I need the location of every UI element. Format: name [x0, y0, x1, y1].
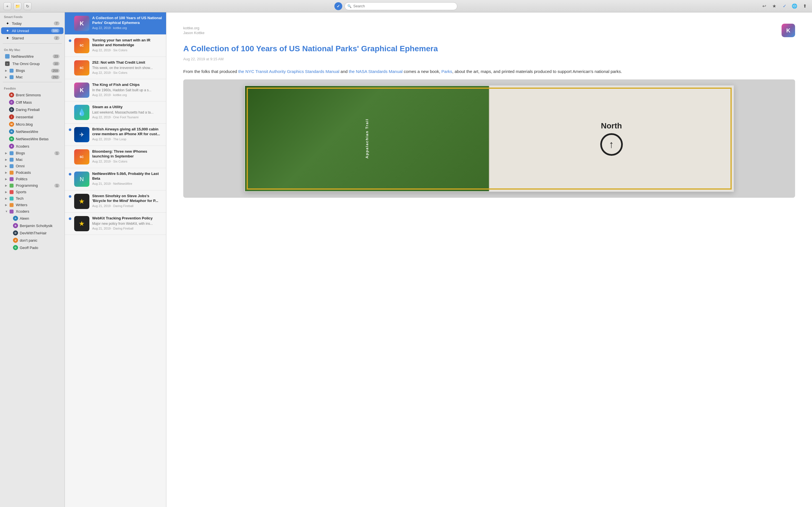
north-text: North: [601, 121, 622, 130]
sidebar-folder-mac-mac[interactable]: ▶ Mac 292: [1, 74, 63, 80]
sidebar-item-starred[interactable]: ✦ Starred 2: [1, 35, 63, 41]
expand-icon-mac-mac: ▶: [5, 75, 8, 78]
reader-author: Jason Kottke: [183, 31, 204, 35]
search-icon: 🔍: [347, 4, 352, 8]
folder-button[interactable]: 📁: [13, 2, 21, 10]
reader-link-3[interactable]: Parks: [442, 69, 452, 74]
sidebar-label-starred: Starred: [12, 36, 52, 40]
article-item-7[interactable]: 6C Bloomberg: Three new iPhones launchin…: [65, 146, 166, 168]
feedbin-item-netnewswire-feedbin[interactable]: N NetNewsWire: [1, 128, 63, 135]
sidebar-label-podcasts: Podcasts: [16, 170, 59, 175]
article-item-10[interactable]: ★ WebKit Tracking Prevention Policy Majo…: [65, 213, 166, 235]
refresh-button[interactable]: ↻: [24, 2, 32, 10]
article-content-8: NetNewsWire 5.0b5, Probably the Last Bet…: [92, 172, 162, 185]
article-meta-10: Aug 21, 2019 · Daring Fireball: [92, 227, 162, 230]
check-button[interactable]: ✓: [780, 2, 788, 10]
sidebar-folder-blogs-mac[interactable]: ▶ Blogs 259: [1, 68, 63, 73]
netnewswire-mac-icon: [5, 54, 10, 59]
feedbin-item-inessential[interactable]: i inessential: [1, 114, 63, 120]
sidebar-folder-tech[interactable]: ▶ Tech: [1, 195, 63, 202]
article-thumb-7: 6C: [74, 149, 89, 165]
article-item-4[interactable]: K The King of Fish and Chips In the 1960…: [65, 79, 166, 101]
article-title-9: Steven Sinofsky on Steve Jobs's 'Bicycle…: [92, 194, 162, 203]
article-meta-2: Aug 22, 2019 · Six Colors: [92, 48, 162, 52]
reader-domain: kottke.org: [183, 26, 204, 30]
sidebar-label-blogs-feedbin: Blogs: [16, 151, 53, 155]
globe-button[interactable]: 🌐: [791, 2, 799, 10]
feedbin-item-devwiththehair[interactable]: D DevWithTheHair: [1, 230, 63, 236]
north-circle: ↑: [600, 133, 623, 156]
article-title-7: Bloomberg: Three new iPhones launching i…: [92, 149, 162, 159]
sidebar-folder-omni[interactable]: ▶ Omni: [1, 163, 63, 169]
feedbin-item-benjamin[interactable]: B Benjamin Scholtysik: [1, 222, 63, 229]
sidebar-folder-blogs-feedbin[interactable]: ▶ Blogs 1: [1, 150, 63, 156]
feedbin-item-daring-fireball[interactable]: D Daring Fireball: [1, 106, 63, 113]
sidebar-folder-sports[interactable]: ▶ Sports: [1, 189, 63, 195]
feedbin-item-xcoders-feed[interactable]: X Xcoders: [1, 143, 63, 150]
article-preview-5: Last weekend, Massachusetts had a ta...: [92, 110, 162, 115]
sidebar-item-netnewswire-mac[interactable]: NetNewsWire 23: [1, 53, 63, 60]
article-content-10: WebKit Tracking Prevention Policy Major …: [92, 216, 162, 230]
sidebar-folder-programming[interactable]: ▶ Programming 1: [1, 182, 63, 188]
feedbin-item-netnewswire-betas[interactable]: N NetNewsWire Betas: [1, 135, 63, 142]
book-right-page: North ↑: [490, 86, 733, 191]
article-item-1[interactable]: K A Collection of 100 Years of US Nation…: [65, 12, 166, 35]
unread-dot-9: [69, 195, 71, 198]
sidebar-folder-podcasts[interactable]: ▶ Podcasts: [1, 170, 63, 175]
sidebar-label-today: Today: [12, 21, 52, 25]
today-icon: ✦: [5, 21, 10, 25]
article-item-8[interactable]: N NetNewsWire 5.0b5, Probably the Last B…: [65, 168, 166, 190]
article-item-3[interactable]: 6C 252: Not with That Credit Limit This …: [65, 57, 166, 79]
unread-dot-2: [69, 40, 71, 42]
sidebar-item-today[interactable]: ✦ Today 7: [1, 20, 63, 27]
reader-link-1[interactable]: the NYC Transit Authority Graphics Stand…: [238, 69, 340, 74]
search-input[interactable]: [345, 2, 457, 10]
article-item-6[interactable]: ✈ British Airways giving all 15,000 cabi…: [65, 124, 166, 146]
feedbin-item-aleen[interactable]: A Aleen: [1, 215, 63, 222]
article-title-3: 252: Not with That Credit Limit: [92, 60, 162, 65]
article-preview-10: Major new policy from WebKit, with ins..…: [92, 222, 162, 226]
sidebar-count-all-unread: 586: [51, 29, 59, 33]
sidebar-item-all-unread[interactable]: ✦ All Unread 586: [1, 27, 63, 34]
feedbin-item-dont-panic[interactable]: d don't panic: [1, 237, 63, 244]
sidebar-item-omni-group[interactable]: •• The Omni Group 10: [1, 60, 63, 67]
xcoders-feed-avatar: X: [9, 144, 14, 149]
sidebar-folder-politics[interactable]: ▶ Politics: [1, 176, 63, 182]
article-meta-3: Aug 22, 2019 · Six Colors: [92, 71, 162, 74]
feedbin-item-brent-simmons[interactable]: B Brent Simmons: [1, 92, 63, 98]
share-button[interactable]: ⬆: [801, 2, 809, 10]
feedbin-item-cliff-mass[interactable]: C Cliff Mass: [1, 99, 63, 106]
star-button[interactable]: ★: [770, 2, 778, 10]
writers-folder-icon: [10, 203, 13, 207]
feedbin-label-devwiththehair: DevWithTheHair: [20, 231, 59, 235]
article-content-2: Turning your fan smart with an IR blaste…: [92, 38, 162, 52]
sidebar-folder-writers[interactable]: ▶ Writers: [1, 202, 63, 208]
article-item-5[interactable]: 💧 Steam as a Utility Last weekend, Massa…: [65, 101, 166, 124]
sidebar-folder-xcoders[interactable]: ▼ Xcoders: [1, 209, 63, 214]
north-arrow-icon: ↑: [609, 138, 614, 151]
feedbin-label-inessential: inessential: [16, 115, 59, 119]
sidebar-count-netnewswire-mac: 23: [53, 54, 59, 58]
article-content-1: A Collection of 100 Years of US National…: [92, 16, 162, 30]
back-button[interactable]: ↩: [760, 2, 768, 10]
article-content-6: British Airways giving all 15,000 cabin …: [92, 127, 162, 141]
inessential-avatar: i: [9, 114, 14, 119]
expand-icon-blogs-mac: ▶: [5, 69, 8, 72]
cliff-mass-avatar: C: [9, 100, 14, 105]
add-icon: +: [6, 4, 8, 8]
expand-icon-xcoders: ▼: [5, 210, 8, 213]
feedbin-label-netnewswire-betas: NetNewsWire Betas: [16, 137, 59, 141]
feedbin-item-micro-blog[interactable]: M Micro.blog: [1, 121, 63, 128]
sidebar-folder-mac-feedbin[interactable]: ▶ Mac: [1, 157, 63, 163]
feedbin-label-xcoders-feed: Xcoders: [16, 144, 59, 149]
netnewswire-feedbin-avatar: N: [9, 129, 14, 134]
expand-icon-blogs-feedbin: ▶: [5, 152, 8, 155]
tech-folder-icon: [10, 196, 13, 201]
add-button[interactable]: +: [3, 2, 11, 10]
sidebar-count-blogs-mac: 259: [51, 69, 59, 73]
article-item-9[interactable]: ★ Steven Sinofsky on Steve Jobs's 'Bicyc…: [65, 190, 166, 213]
feedbin-item-geoff-pado[interactable]: G Geoff Pado: [1, 244, 63, 251]
article-item-2[interactable]: 6C Turning your fan smart with an IR bla…: [65, 35, 166, 57]
sidebar-label-mac-mac: Mac: [16, 75, 50, 79]
reader-link-2[interactable]: the NASA Standards Manual: [349, 69, 403, 74]
